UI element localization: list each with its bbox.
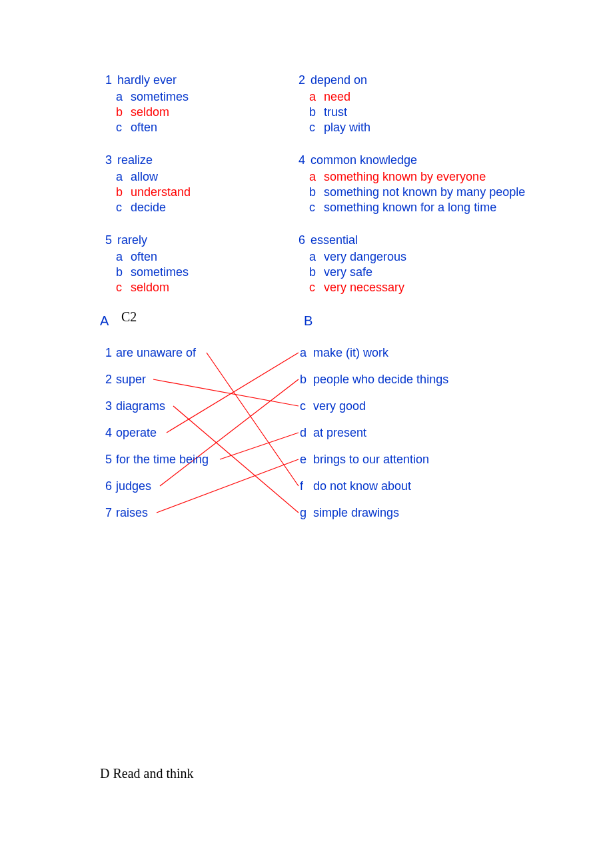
svg-line-4 [220,433,299,459]
match-left-7: 7raises [100,499,209,526]
match-right-f: fdo not know about [300,473,448,499]
match-left-2: 2super [100,366,209,393]
option-b: bsometimes [100,265,287,279]
match-left-3: 3diagrams [100,393,209,419]
question-2: 2depend on aneed btrust cplay with [293,73,533,135]
match-left-4: 4operate [100,419,209,446]
question-1: 1hardly ever asometimes bseldom coften [100,73,287,135]
multiple-choice-section: 1hardly ever asometimes bseldom coften 2… [100,73,513,295]
option-a: asometimes [100,90,287,104]
option-c: cseldom [100,281,287,295]
option-b: bsomething not known by many people [293,185,533,199]
svg-line-0 [207,353,299,486]
option-c: cvery necessary [293,281,533,295]
match-right-g: gsimple drawings [300,499,448,526]
section-c2-label: C2 [121,309,137,325]
match-right-c: cvery good [300,393,448,419]
match-right-a: amake (it) work [300,339,448,366]
question-3: 3realize aallow bunderstand cdecide [100,153,287,215]
match-right-e: ebrings to our attention [300,446,448,473]
match-column-b: amake (it) work bpeople who decide thing… [300,339,448,526]
option-a: aneed [293,90,533,104]
question-head: 1hardly ever [100,73,287,87]
question-number: 1 [100,73,112,87]
match-left-6: 6judges [100,473,209,499]
match-right-d: dat present [300,419,448,446]
match-left-5: 5for the time being [100,446,209,473]
option-c: cdecide [100,201,287,215]
match-column-a: 1are unaware of 2super 3diagrams 4operat… [100,339,209,526]
column-b-header: B [300,313,312,329]
option-c: csomething known for a long time [293,201,533,215]
question-head: 2depend on [293,73,533,87]
match-right-b: bpeople who decide things [300,366,448,393]
option-b: bseldom [100,105,287,119]
section-d-heading: D Read and think [100,766,513,781]
question-5: 5rarely aoften bsometimes cseldom [100,233,287,295]
option-c: coften [100,121,287,135]
option-a: asomething known by everyone [293,170,533,184]
matching-section: C2 A B 1are unaware of 2super 3diagrams … [100,313,513,781]
option-a: aoften [100,250,287,264]
question-6: 6essential avery dangerous bvery safe cv… [293,233,533,295]
option-b: bunderstand [100,185,287,199]
question-text: hardly ever [117,73,177,87]
match-left-1: 1are unaware of [100,339,209,366]
option-c: cplay with [293,121,533,135]
question-4: 4common knowledge asomething known by ev… [293,153,533,215]
option-b: btrust [293,105,533,119]
option-a: avery dangerous [293,250,533,264]
option-b: bvery safe [293,265,533,279]
option-a: aallow [100,170,287,184]
